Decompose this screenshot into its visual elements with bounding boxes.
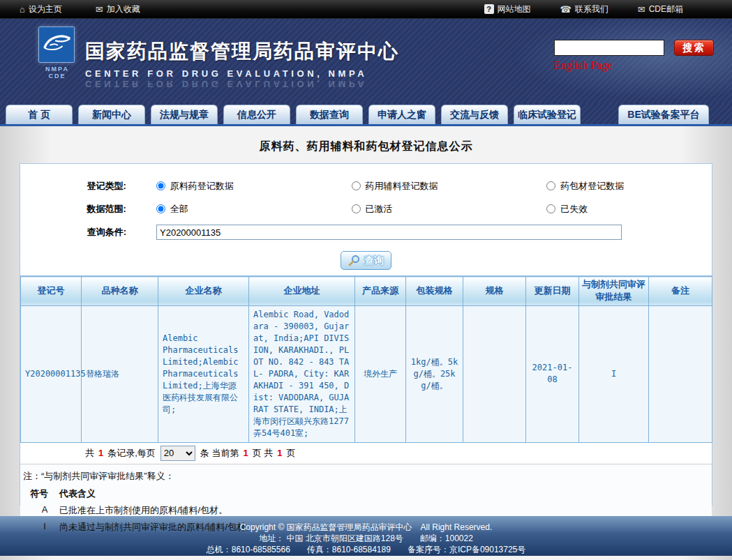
expired-radio-label: 已失效 — [560, 203, 588, 215]
legend-symbol-i: I — [30, 521, 59, 533]
english-page-link[interactable]: English Page — [554, 59, 613, 72]
query-content-box: 登记类型: 原料药登记数据 药用辅料登记数据 药包材登记数据 — [20, 163, 712, 506]
table-row: Y20200001135 替格瑞洛 Alembic Pharmaceutical… — [21, 305, 712, 442]
header-search-input[interactable] — [554, 40, 664, 56]
topbar-left-links: ⌂ 设为主页 ✉ 加入收藏 — [0, 3, 140, 15]
pagination-bar: 共1条记录,每页 20 条 当前第1页 共1页 — [20, 443, 712, 464]
pagination-pages-count: 1 — [277, 448, 282, 458]
pagination-pages-suffix: 页 — [287, 447, 296, 460]
sitemap-link[interactable]: ? 网站地图 — [484, 3, 531, 15]
header-search-area: 搜索 English Page — [554, 40, 714, 72]
data-scope-label: 数据范围: — [20, 203, 126, 215]
set-homepage-link[interactable]: ⌂ 设为主页 — [20, 3, 62, 15]
expired-radio[interactable] — [546, 204, 555, 213]
raw-material-radio[interactable] — [156, 181, 165, 190]
cell-company-name: Alembic Pharmaceuticals Limited;Alembic … — [158, 305, 249, 442]
cde-mail-link[interactable]: ✉ CDE邮箱 — [638, 3, 683, 15]
main-navigation: 首 页 新闻中心 法规与规章 信息公开 数据查询 申请人之窗 交流与反馈 临床试… — [0, 103, 732, 126]
pagination-per-page-text: 条记录,每页 — [107, 447, 156, 460]
pagination-total-prefix: 共 — [85, 447, 94, 460]
cell-company-address: Alembic Road, Vadodara - 390003, Gujarat… — [249, 305, 355, 442]
col-header-remark: 备注 — [649, 276, 712, 305]
site-banner: NMPA CDE 国家药品监督管理局药品审评中心 CENTER FOR DRUG… — [0, 19, 732, 103]
sitemap-label: 网站地图 — [498, 3, 531, 15]
nav-tab-be-platform[interactable]: BE试验备案平台 — [618, 105, 709, 124]
nav-tab-feedback[interactable]: 交流与反馈 — [441, 105, 508, 124]
radio-option-packaging[interactable]: 药包材登记数据 — [516, 180, 712, 192]
nav-tab-home[interactable]: 首 页 — [6, 105, 73, 124]
cell-remark — [649, 305, 712, 442]
site-title-chinese: 国家药品监督管理局药品审评中心 — [85, 38, 399, 65]
radio-option-excipient[interactable]: 药用辅料登记数据 — [322, 180, 517, 192]
nav-tab-info-disclosure[interactable]: 信息公开 — [223, 105, 290, 124]
contact-us-label: 联系我们 — [575, 3, 608, 15]
col-header-reg-no: 登记号 — [21, 276, 82, 305]
legend-title: 注：“与制剂共同审评审批结果”释义： — [23, 470, 712, 483]
top-utility-bar: ⌂ 设为主页 ✉ 加入收藏 ? 网站地图 ☎ 联系我们 ✉ CDE邮箱 — [0, 0, 732, 19]
page-size-select[interactable]: 20 — [160, 446, 195, 461]
registration-type-label: 登记类型: — [20, 180, 126, 192]
registration-type-row: 登记类型: 原料药登记数据 药用辅料登记数据 药包材登记数据 — [20, 174, 712, 197]
pagination-unit-text: 条 当前第 — [200, 447, 239, 460]
query-condition-input[interactable] — [156, 225, 622, 240]
excipient-radio-label: 药用辅料登记数据 — [366, 180, 438, 192]
cde-mail-label: CDE邮箱 — [649, 3, 683, 15]
results-table: 登记号 品种名称 企业名称 企业地址 产品来源 包装规格 规格 更新日期 与制剂… — [20, 275, 712, 443]
radio-option-expired[interactable]: 已失效 — [516, 203, 712, 215]
all-radio[interactable] — [156, 204, 165, 213]
footer-contact-icp: 总机：8610-68585566 传真：8610-68584189 备案序号：京… — [0, 544, 732, 555]
col-header-review-result: 与制剂共同审评审批结果 — [579, 276, 649, 305]
set-homepage-label: 设为主页 — [29, 3, 62, 15]
cell-update-date: 2021-01-08 — [526, 305, 579, 442]
nav-tab-applicant-window[interactable]: 申请人之窗 — [368, 105, 435, 124]
cell-spec — [463, 305, 526, 442]
col-header-update-date: 更新日期 — [526, 276, 579, 305]
nmpa-cde-swan-logo-icon — [38, 27, 75, 63]
col-header-spec: 规格 — [463, 276, 526, 305]
all-radio-label: 全部 — [170, 203, 188, 215]
nav-tab-clinical-trial[interactable]: 临床试验登记 — [514, 105, 581, 124]
query-submit-button[interactable]: 查询 — [341, 251, 391, 270]
query-condition-label: 查询条件: — [20, 226, 126, 239]
query-button-row: 查询 — [20, 251, 712, 270]
pagination-total-count: 1 — [98, 448, 103, 458]
radio-option-activated[interactable]: 已激活 — [322, 203, 517, 215]
query-condition-row: 查询条件: — [20, 222, 712, 243]
add-favorite-link[interactable]: ✉ 加入收藏 — [96, 3, 140, 15]
excipient-radio[interactable] — [352, 181, 361, 190]
radio-option-raw-material[interactable]: 原料药登记数据 — [126, 180, 322, 192]
legend-row-a: A 已批准在上市制剂使用的原料/辅料/包材。 — [30, 504, 712, 517]
add-favorite-label: 加入收藏 — [107, 3, 140, 15]
col-header-source: 产品来源 — [355, 276, 406, 305]
radio-option-all[interactable]: 全部 — [126, 203, 322, 215]
cell-reg-no: Y20200001135 — [21, 305, 82, 442]
legend-meaning-header: 代表含义 — [59, 487, 96, 500]
legend-header-row: 符号 代表含义 — [30, 487, 712, 500]
col-header-company-name: 企业名称 — [158, 276, 249, 305]
site-logo: NMPA CDE — [38, 27, 76, 80]
legend-symbol-a: A — [30, 504, 59, 517]
page-title: 原料药、药用辅料和药包材登记信息公示 — [0, 126, 732, 154]
col-header-package: 包装规格 — [406, 276, 463, 305]
cell-product-name: 替格瑞洛 — [82, 305, 158, 442]
nav-tab-regulations[interactable]: 法规与规章 — [151, 105, 218, 124]
packaging-radio[interactable] — [546, 181, 555, 190]
nav-tab-data-query[interactable]: 数据查询 — [296, 105, 363, 124]
nav-tab-news[interactable]: 新闻中心 — [78, 105, 145, 124]
query-form: 登记类型: 原料药登记数据 药用辅料登记数据 药包材登记数据 — [20, 164, 712, 270]
header-search-button[interactable]: 搜索 — [674, 40, 714, 56]
legend-symbol-header: 符号 — [30, 487, 59, 500]
table-header-row: 登记号 品种名称 企业名称 企业地址 产品来源 包装规格 规格 更新日期 与制剂… — [21, 276, 712, 305]
home-icon: ⌂ — [20, 4, 25, 15]
packaging-radio-label: 药包材登记数据 — [560, 180, 624, 192]
activated-radio[interactable] — [352, 204, 361, 213]
contact-us-link[interactable]: ☎ 联系我们 — [560, 3, 608, 15]
site-title-block: 国家药品监督管理局药品审评中心 CENTER FOR DRUG EVALUATI… — [85, 38, 399, 89]
magnifier-icon — [348, 255, 360, 266]
site-title-english-reflection: CENTER FOR DRUG EVALUATION, NMPA — [85, 79, 399, 89]
raw-material-radio-label: 原料药登记数据 — [170, 180, 234, 192]
data-scope-row: 数据范围: 全部 已激活 已失效 — [20, 197, 712, 220]
pagination-current-page: 1 — [243, 448, 248, 458]
phone-icon: ☎ — [560, 4, 572, 15]
main-content: 原料药、药用辅料和药包材登记信息公示 登记类型: 原料药登记数据 药用辅料登记数… — [0, 126, 732, 506]
